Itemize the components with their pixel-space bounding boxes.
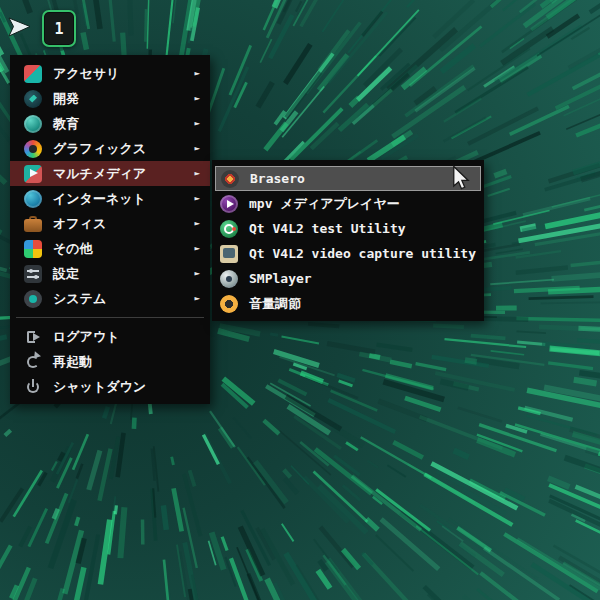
submenu-arrow-icon: ► xyxy=(195,61,200,86)
menu-item-system[interactable]: システム ► xyxy=(10,286,210,311)
submenu-arrow-icon: ► xyxy=(195,161,200,186)
office-icon xyxy=(24,215,42,233)
menu-item-label: オフィス xyxy=(53,215,106,233)
logout-icon xyxy=(24,328,42,346)
submenu-item-label: 音量調節 xyxy=(249,295,301,313)
brasero-icon xyxy=(221,170,239,188)
submenu-arrow-icon: ► xyxy=(195,136,200,161)
menu-item-education[interactable]: 教育 ► xyxy=(10,111,210,136)
menu-item-label: シャットダウン xyxy=(53,378,146,396)
menu-item-label: 開発 xyxy=(53,90,79,108)
top-panel: 1 xyxy=(0,0,600,52)
submenu-item-label: Brasero xyxy=(250,171,305,186)
qt-v4l2-test-icon xyxy=(220,220,238,238)
menu-item-accessories[interactable]: アクセサリ ► xyxy=(10,61,210,86)
launcher-button[interactable] xyxy=(7,15,31,39)
menu-item-office[interactable]: オフィス ► xyxy=(10,211,210,236)
submenu-item-brasero[interactable]: Brasero xyxy=(215,166,481,191)
mpv-icon xyxy=(220,195,238,213)
submenu-arrow-icon: ► xyxy=(195,86,200,111)
menu-item-label: その他 xyxy=(53,240,93,258)
submenu-arrow-icon: ► xyxy=(195,286,200,311)
submenu-item-qt-v4l2-test[interactable]: Qt V4L2 test Utility xyxy=(212,216,484,241)
desktop: 1 アクセサリ ► 開発 ► 教育 ► グラフィックス ► マルチメディア ► xyxy=(0,0,600,600)
menu-item-multimedia[interactable]: マルチメディア ► xyxy=(10,161,210,186)
menu-item-label: アクセサリ xyxy=(53,65,120,83)
menu-item-label: システム xyxy=(53,290,106,308)
volume-icon xyxy=(220,295,238,313)
menu-item-internet[interactable]: インターネット ► xyxy=(10,186,210,211)
menu-item-label: インターネット xyxy=(53,190,146,208)
menu-item-label: 設定 xyxy=(53,265,79,283)
submenu-item-label: Qt V4L2 video capture utility xyxy=(249,246,476,261)
menu-item-logout[interactable]: ログアウト xyxy=(10,324,210,349)
menu-item-label: 再起動 xyxy=(53,353,92,371)
menu-separator xyxy=(16,317,204,318)
menu-item-development[interactable]: 開発 ► xyxy=(10,86,210,111)
submenu-item-mpv[interactable]: mpv メディアプレイヤー xyxy=(212,191,484,216)
development-icon xyxy=(24,90,42,108)
submenu-item-label: Qt V4L2 test Utility xyxy=(249,221,406,236)
menu-item-settings[interactable]: 設定 ► xyxy=(10,261,210,286)
qt-v4l2-capture-icon xyxy=(220,245,238,263)
menu-item-label: グラフィックス xyxy=(53,140,146,158)
submenu-item-label: SMPlayer xyxy=(249,271,312,286)
submenu-arrow-icon: ► xyxy=(195,111,200,136)
menu-item-restart[interactable]: 再起動 xyxy=(10,349,210,374)
multimedia-icon xyxy=(24,165,42,183)
menu-item-other[interactable]: その他 ► xyxy=(10,236,210,261)
menu-item-label: ログアウト xyxy=(53,328,120,346)
app-menu: アクセサリ ► 開発 ► 教育 ► グラフィックス ► マルチメディア ► イン… xyxy=(10,55,210,404)
submenu-item-qt-v4l2-capture[interactable]: Qt V4L2 video capture utility xyxy=(212,241,484,266)
send-icon xyxy=(7,15,31,39)
submenu-arrow-icon: ► xyxy=(195,211,200,236)
other-icon xyxy=(24,240,42,258)
submenu-item-label: mpv メディアプレイヤー xyxy=(249,195,400,213)
system-icon xyxy=(24,290,42,308)
submenu-item-smplayer[interactable]: SMPlayer xyxy=(212,266,484,291)
menu-item-shutdown[interactable]: シャットダウン xyxy=(10,374,210,399)
submenu-arrow-icon: ► xyxy=(195,186,200,211)
internet-icon xyxy=(24,190,42,208)
accessories-icon xyxy=(24,65,42,83)
shutdown-icon xyxy=(24,378,42,396)
multimedia-submenu: Brasero mpv メディアプレイヤー Qt V4L2 test Utili… xyxy=(212,160,484,321)
submenu-arrow-icon: ► xyxy=(195,236,200,261)
workspace-indicator[interactable]: 1 xyxy=(42,10,76,47)
settings-icon xyxy=(24,265,42,283)
graphics-icon xyxy=(24,140,42,158)
submenu-arrow-icon: ► xyxy=(195,261,200,286)
menu-item-label: マルチメディア xyxy=(53,165,146,183)
workspace-label: 1 xyxy=(54,20,63,38)
menu-item-graphics[interactable]: グラフィックス ► xyxy=(10,136,210,161)
restart-icon xyxy=(24,353,42,371)
education-icon xyxy=(24,115,42,133)
mouse-cursor xyxy=(452,165,470,191)
submenu-item-volume[interactable]: 音量調節 xyxy=(212,291,484,316)
menu-item-label: 教育 xyxy=(53,115,79,133)
smplayer-icon xyxy=(220,270,238,288)
